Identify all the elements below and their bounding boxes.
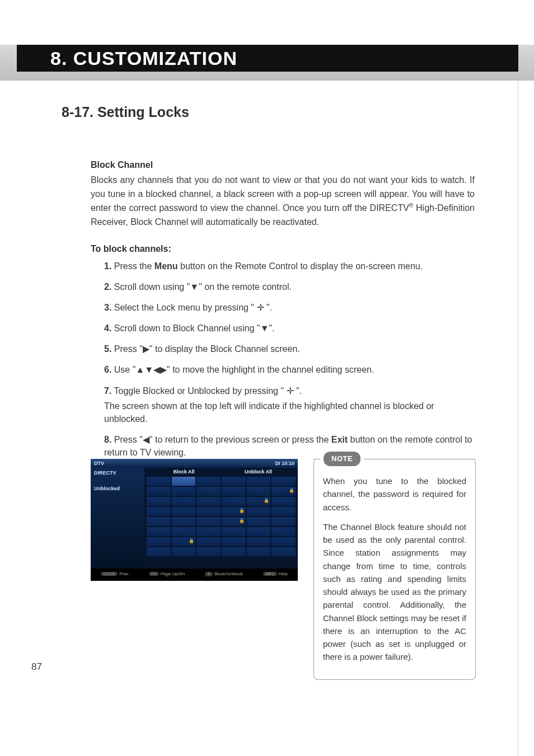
left-arrow-icon: ◀: [143, 435, 149, 444]
channel-grid: 🔒🔒🔒🔒🔒: [147, 477, 296, 556]
foot-page: CHPage Up/Dn: [149, 571, 185, 576]
tv-provider: DIRECTV: [94, 470, 141, 476]
note-box: NOTE When you tune to the blocked channe…: [313, 459, 476, 680]
channel-cell: [247, 507, 271, 516]
label: Prev: [119, 571, 128, 576]
tv-brand: DTV: [94, 461, 104, 466]
channel-cell: [147, 537, 171, 546]
t: " to return to the previous screen or pr…: [149, 435, 331, 444]
channel-cell: [247, 517, 271, 526]
chapter-bar: 8. CUSTOMIZATION: [17, 45, 518, 72]
channel-cell: [271, 517, 296, 526]
step-number: 2.: [104, 282, 111, 292]
channel-cell: [196, 477, 221, 486]
page: 8. CUSTOMIZATION 8-17. Setting Locks Blo…: [0, 0, 534, 756]
foot-prev: GUIDEPrev: [101, 571, 129, 576]
step-number: 4.: [104, 323, 111, 333]
channel-cell: [222, 547, 246, 556]
channel-cell: [196, 537, 221, 546]
block-channel-heading: Block Channel: [91, 160, 475, 170]
channel-cell: [247, 547, 271, 556]
channel-cell: [222, 497, 246, 506]
t: ".: [294, 386, 302, 396]
channel-cell: [172, 487, 196, 496]
select-icon: ✛: [205, 572, 213, 576]
channel-cell: [196, 527, 221, 536]
channel-cell: [247, 477, 271, 486]
foot-help: INFOHelp: [263, 571, 288, 576]
step-2: 2. Scroll down using "▼" on the remote c…: [104, 280, 475, 293]
tv-body: DIRECTV Unblocked Block All Unblock All …: [91, 468, 298, 569]
step-text: Toggle Blocked or Unblocked by pressing …: [111, 386, 302, 396]
right-margin-rule: [518, 45, 518, 755]
tv-footer: GUIDEPrev CHPage Up/Dn ✛Block/Unblock IN…: [91, 569, 298, 579]
note-paragraph-1: When you tune to the blocked channel, th…: [323, 475, 466, 514]
step-number: 1.: [104, 261, 111, 271]
to-block-heading: To block channels:: [91, 244, 475, 254]
channel-cell: [196, 487, 221, 496]
step-text: Press the Menu button on the Remote Cont…: [111, 261, 423, 271]
tv-main: Block All Unblock All 🔒🔒🔒🔒🔒: [144, 468, 298, 569]
t: Press ": [111, 435, 142, 444]
step-number: 5.: [104, 344, 111, 354]
t: " to move the highlight in the channel e…: [167, 365, 374, 374]
channel-cell: [196, 507, 221, 516]
bold: Exit: [331, 435, 348, 444]
page-number: 87: [31, 661, 42, 673]
step-subtext: The screen shown at the top left will in…: [104, 400, 475, 425]
t: ".: [264, 303, 273, 312]
channel-cell: 🔒: [222, 507, 246, 516]
t: Toggle Blocked or Unblocked by pressing …: [111, 386, 286, 396]
step-text: Press "▶" to display the Block Channel s…: [111, 344, 299, 354]
channel-cell: [172, 507, 196, 516]
step-1: 1. Press the Menu button on the Remote C…: [104, 260, 475, 273]
t: Scroll down using ": [111, 282, 190, 292]
tv-status: Unblocked: [94, 486, 141, 491]
channel-cell: [271, 537, 296, 546]
channel-cell: [147, 477, 171, 486]
channel-cell: 🔒: [222, 517, 246, 526]
channel-cell: [147, 507, 171, 516]
channel-cell: 🔒: [271, 487, 296, 496]
step-number: 6.: [104, 365, 111, 374]
lock-icon: 🔒: [264, 498, 269, 503]
channel-cell: [196, 547, 221, 556]
down-arrow-icon: ▼: [260, 323, 269, 333]
channel-cell: [247, 487, 271, 496]
channel-cell: [271, 507, 296, 516]
note-label: NOTE: [324, 452, 360, 466]
right-arrow-icon: ▶: [143, 344, 149, 354]
t: button on the Remote Control to display …: [178, 261, 423, 271]
t: " on the remote control.: [199, 282, 292, 292]
tv-screenshot: DTV DI 10:10 DIRECTV Unblocked Block All…: [91, 459, 298, 581]
t: " to display the Block Channel screen.: [149, 344, 300, 354]
select-icon: ✛: [257, 303, 264, 312]
info-icon: INFO: [263, 572, 277, 576]
tv-header: DTV DI 10:10: [91, 459, 298, 468]
channel-cell: 🔒: [172, 537, 196, 546]
dpad-icon: ▲▼◀▶: [135, 365, 167, 374]
tv-column-headers: Block All Unblock All: [147, 469, 296, 475]
note-paragraph-2: The Channel Block feature should not be …: [323, 520, 466, 664]
step-3: 3. Select the Lock menu by pressing " ✛ …: [104, 301, 475, 314]
bold: Menu: [154, 261, 178, 271]
label: Page Up/Dn: [161, 571, 185, 576]
section-title: 8-17. Setting Locks: [62, 104, 189, 120]
step-6: 6. Use "▲▼◀▶" to move the highlight in t…: [104, 363, 475, 376]
channel-cell: [147, 547, 171, 556]
step-number: 8.: [104, 435, 111, 444]
label: Block/Unblock: [214, 571, 243, 576]
channel-cell: [222, 487, 246, 496]
lock-icon: 🔒: [189, 538, 194, 543]
block-all-header: Block All: [147, 469, 221, 475]
body-column: Block Channel Blocks any channels that y…: [91, 160, 475, 467]
channel-cell: [147, 517, 171, 526]
lock-icon: 🔒: [289, 488, 294, 493]
channel-cell: [172, 547, 196, 556]
t: Select the Lock menu by pressing ": [111, 303, 256, 312]
chapter-title: 8. CUSTOMIZATION: [50, 48, 237, 69]
t: Scroll down to Block Channel using ": [111, 323, 260, 333]
step-number: 3.: [104, 303, 111, 312]
channel-cell: [147, 487, 171, 496]
tv-clock: DI 10:10: [275, 461, 294, 466]
